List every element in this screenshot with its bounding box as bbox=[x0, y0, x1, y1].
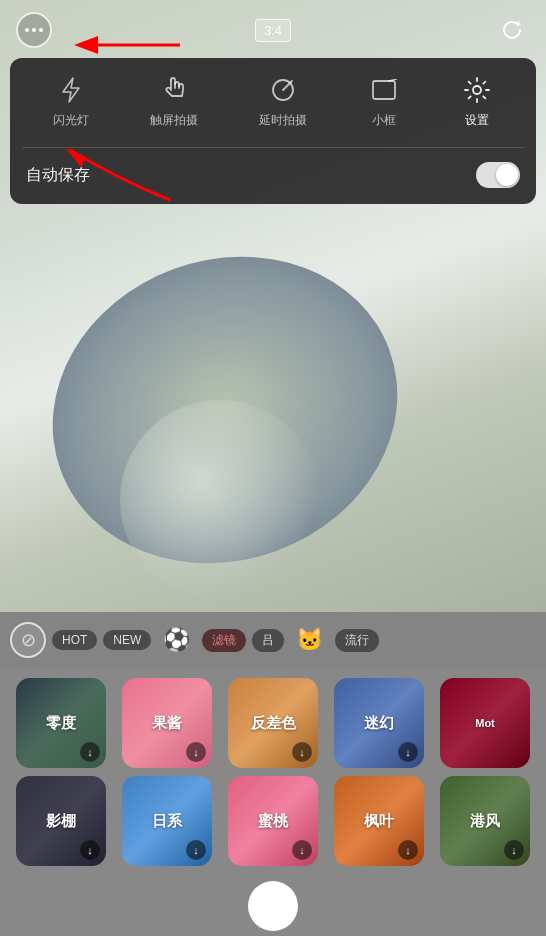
download-icon-fengye: ↓ bbox=[398, 840, 418, 860]
filter-name-gangfeng: 港风 bbox=[470, 812, 500, 831]
filter-soccer-icon: ⚽ bbox=[163, 627, 190, 653]
filter-thumb-photo: Mot bbox=[440, 678, 530, 768]
filter-name-mihuan: 迷幻 bbox=[364, 714, 394, 733]
download-icon-gangfeng: ↓ bbox=[504, 840, 524, 860]
filter-name-fanchase: 反差色 bbox=[251, 714, 296, 733]
refresh-button[interactable] bbox=[494, 12, 530, 48]
timer-icon bbox=[267, 74, 299, 106]
settings-item-flash[interactable]: 闪光灯 bbox=[53, 74, 89, 129]
filter-grid: 零度 ↓ 果酱 ↓ 反差色 ↓ 迷幻 ↓ Mot 影棚 ↓ 日系 bbox=[0, 668, 546, 876]
filter-thumb-guojiang: 果酱 ↓ bbox=[122, 678, 212, 768]
ratio-badge[interactable]: 3:4 bbox=[255, 19, 291, 42]
filter-cell-yingpeng[interactable]: 影棚 ↓ bbox=[12, 776, 110, 866]
toggle-knob bbox=[496, 164, 518, 186]
filter-soccer-tab[interactable]: ⚽ bbox=[157, 623, 196, 657]
no-filter-icon: ⊘ bbox=[21, 629, 36, 651]
filter-thumb-lingdu: 零度 ↓ bbox=[16, 678, 106, 768]
shutter-area bbox=[0, 876, 546, 936]
filter-name-lingdu: 零度 bbox=[46, 714, 76, 733]
filter-thumb-mitao: 蜜桃 ↓ bbox=[228, 776, 318, 866]
filter-new-label: NEW bbox=[113, 633, 141, 647]
auto-save-toggle[interactable] bbox=[476, 162, 520, 188]
touch-icon bbox=[158, 74, 190, 106]
download-icon-fanchase: ↓ bbox=[292, 742, 312, 762]
filter-hot-tab[interactable]: HOT bbox=[52, 630, 97, 650]
menu-button[interactable] bbox=[16, 12, 52, 48]
filter-cell-mitao[interactable]: 蜜桃 ↓ bbox=[224, 776, 322, 866]
filter-thumb-rixi: 日系 ↓ bbox=[122, 776, 212, 866]
settings-item-smallframe[interactable]: 小框 bbox=[368, 74, 400, 129]
settings-divider bbox=[22, 147, 524, 148]
filter-cell-photo[interactable]: Mot bbox=[436, 678, 534, 768]
filter-cell-fanchase[interactable]: 反差色 ↓ bbox=[224, 678, 322, 768]
smallframe-icon bbox=[368, 74, 400, 106]
filter-thumb-fengye: 枫叶 ↓ bbox=[334, 776, 424, 866]
filter-cell-lingdu[interactable]: 零度 ↓ bbox=[12, 678, 110, 768]
menu-dots-icon bbox=[25, 28, 43, 32]
filter-bar: ⊘ HOT NEW ⚽ 滤镜 吕 🐱 流行 bbox=[0, 612, 546, 668]
filter-name-rixi: 日系 bbox=[152, 812, 182, 831]
settings-label-settings: 设置 bbox=[465, 112, 489, 129]
settings-item-settings[interactable]: 设置 bbox=[461, 74, 493, 129]
svg-line-3 bbox=[283, 81, 292, 90]
filter-cell-mihuan[interactable]: 迷幻 ↓ bbox=[330, 678, 428, 768]
filter-thumb-mihuan: 迷幻 ↓ bbox=[334, 678, 424, 768]
top-bar: 3:4 bbox=[0, 0, 546, 60]
filter-lu-tab[interactable]: 吕 bbox=[252, 629, 284, 652]
gear-icon bbox=[461, 74, 493, 106]
refresh-icon bbox=[498, 16, 526, 44]
download-icon-mitao: ↓ bbox=[292, 840, 312, 860]
download-icon-yingpeng: ↓ bbox=[80, 840, 100, 860]
filter-hot-label: HOT bbox=[62, 633, 87, 647]
settings-item-touch[interactable]: 触屏拍摄 bbox=[150, 74, 198, 129]
svg-rect-4 bbox=[373, 81, 395, 99]
settings-panel: 闪光灯 触屏拍摄 延时拍摄 bbox=[10, 58, 536, 204]
svg-line-5 bbox=[389, 79, 397, 81]
flash-icon bbox=[55, 74, 87, 106]
filter-lu-label: 吕 bbox=[262, 633, 274, 647]
filter-thumb-fanchase: 反差色 ↓ bbox=[228, 678, 318, 768]
filter-name-guojiang: 果酱 bbox=[152, 714, 182, 733]
filter-new-tab[interactable]: NEW bbox=[103, 630, 151, 650]
settings-item-timer[interactable]: 延时拍摄 bbox=[259, 74, 307, 129]
download-icon-rixi: ↓ bbox=[186, 840, 206, 860]
filter-name-mitao: 蜜桃 bbox=[258, 812, 288, 831]
auto-save-label: 自动保存 bbox=[26, 165, 90, 186]
settings-label-smallframe: 小框 bbox=[372, 112, 396, 129]
svg-point-6 bbox=[473, 86, 481, 94]
filter-cat-tab[interactable]: 🐱 bbox=[290, 623, 329, 657]
settings-label-touch: 触屏拍摄 bbox=[150, 112, 198, 129]
filter-lv-label: 滤镜 bbox=[212, 633, 236, 647]
filter-cell-guojiang[interactable]: 果酱 ↓ bbox=[118, 678, 216, 768]
filter-thumb-yingpeng: 影棚 ↓ bbox=[16, 776, 106, 866]
filter-cell-rixi[interactable]: 日系 ↓ bbox=[118, 776, 216, 866]
filter-liuxing-tab[interactable]: 流行 bbox=[335, 629, 379, 652]
filter-name-yingpeng: 影棚 bbox=[46, 812, 76, 831]
auto-save-row: 自动保存 bbox=[22, 162, 524, 188]
download-icon-lingdu: ↓ bbox=[80, 742, 100, 762]
filter-cat-icon: 🐱 bbox=[296, 627, 323, 653]
filter-cell-gangfeng[interactable]: 港风 ↓ bbox=[436, 776, 534, 866]
filter-name-fengye: 枫叶 bbox=[364, 812, 394, 831]
settings-label-flash: 闪光灯 bbox=[53, 112, 89, 129]
settings-icons-row: 闪光灯 触屏拍摄 延时拍摄 bbox=[22, 74, 524, 129]
shutter-button[interactable] bbox=[248, 881, 298, 931]
filter-cell-fengye[interactable]: 枫叶 ↓ bbox=[330, 776, 428, 866]
filter-lv-tab[interactable]: 滤镜 bbox=[202, 629, 246, 652]
settings-label-timer: 延时拍摄 bbox=[259, 112, 307, 129]
filter-name-photo: Mot bbox=[475, 717, 495, 729]
download-icon-guojiang: ↓ bbox=[186, 742, 206, 762]
download-icon-mihuan: ↓ bbox=[398, 742, 418, 762]
filter-liuxing-label: 流行 bbox=[345, 633, 369, 647]
filter-thumb-gangfeng: 港风 ↓ bbox=[440, 776, 530, 866]
no-filter-button[interactable]: ⊘ bbox=[10, 622, 46, 658]
